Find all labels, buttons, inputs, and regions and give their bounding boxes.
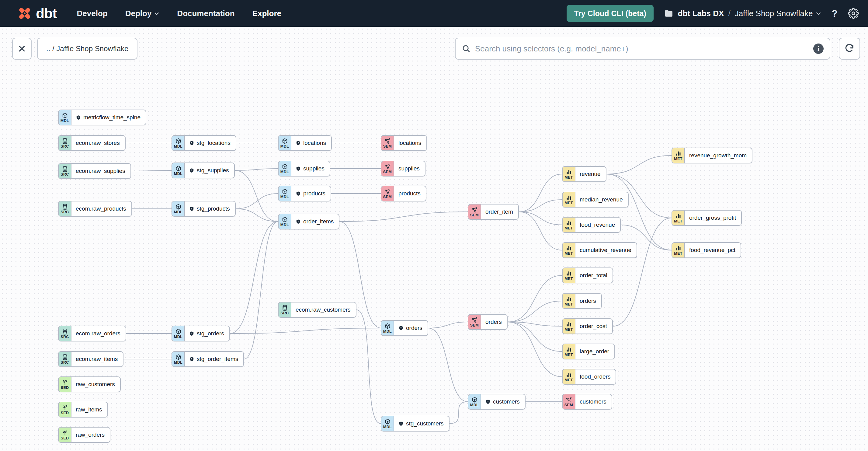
node-type-label: SRC [280, 311, 289, 315]
nav-link-explore[interactable]: Explore [252, 9, 281, 18]
info-icon[interactable]: i [813, 43, 824, 54]
search-input[interactable] [475, 44, 809, 54]
lineage-path-chip[interactable]: .. / Jaffle Shop Snowflake [37, 38, 137, 60]
metric-type-badge: MET [672, 148, 685, 163]
lineage-node-mdl_customers[interactable]: MDLcustomers [468, 394, 526, 410]
edge-met_order_cost-to-met_order_gross_profit [613, 218, 672, 326]
lineage-node-met_median_revenue[interactable]: METmedian_revenue [562, 192, 629, 208]
edge-mdl_stg_customers-to-mdl_customers [450, 402, 468, 424]
folder-icon [664, 8, 674, 18]
model-type-badge: MDL [381, 321, 394, 335]
selector-search[interactable]: i [455, 38, 830, 60]
model-cube-icon [282, 188, 288, 195]
node-label: large_order [576, 344, 614, 359]
lineage-node-mdl_stg_locations[interactable]: MDLstg_locations [172, 135, 236, 151]
source-database-icon [62, 204, 68, 210]
lineage-node-sem_products[interactable]: SEMproducts [381, 186, 426, 202]
node-label: customers [481, 394, 525, 409]
model-type-badge: MDL [381, 416, 394, 431]
lineage-node-sed_raw_customers[interactable]: SEDraw_customers [58, 377, 121, 392]
node-name-text: orders [580, 298, 596, 304]
node-label: revenue [576, 167, 606, 181]
lineage-node-mdl_orders[interactable]: MDLorders [381, 320, 428, 336]
nav-link-documentation[interactable]: Documentation [177, 9, 235, 18]
node-label: revenue_growth_mom [685, 148, 752, 163]
lineage-node-src_raw_supplies[interactable]: SRCecom.raw_supplies [58, 163, 131, 179]
help-button[interactable]: ? [832, 8, 838, 19]
lineage-node-met_orders[interactable]: METorders [562, 293, 602, 309]
lineage-node-met_food_revenue_pct[interactable]: METfood_revenue_pct [672, 242, 741, 258]
try-cloud-cli-button[interactable]: Try Cloud CLI (beta) [567, 5, 654, 22]
lineage-canvas[interactable]: MDLmetricflow_time_spineSRCecom.raw_stor… [0, 27, 868, 451]
shield-health-icon [398, 421, 404, 426]
lineage-node-src_raw_customers[interactable]: SRCecom.raw_customers [278, 302, 356, 318]
shield-health-icon [189, 357, 194, 362]
lineage-node-sed_raw_orders[interactable]: SEDraw_orders [58, 427, 111, 443]
settings-button[interactable] [848, 8, 859, 19]
lineage-node-src_raw_orders[interactable]: SRCecom.raw_orders [58, 326, 126, 341]
nav-link-deploy[interactable]: Deploy [125, 9, 160, 18]
lineage-node-mdl_products[interactable]: MDLproducts [278, 186, 331, 202]
node-type-label: SED [61, 411, 69, 415]
lineage-node-sem_customers[interactable]: SEMcustomers [562, 394, 612, 410]
lineage-node-met_order_gross_profit[interactable]: METorder_gross_profit [672, 210, 742, 226]
lineage-node-sed_raw_items[interactable]: SEDraw_items [58, 402, 108, 418]
lineage-node-mdl_supplies[interactable]: MDLsupplies [278, 161, 330, 177]
lineage-node-mdl_stg_products[interactable]: MDLstg_products [172, 201, 236, 217]
metric-bars-icon [566, 245, 572, 251]
node-type-label: MDL [280, 170, 289, 174]
lineage-node-mdl_stg_supplies[interactable]: MDLstg_supplies [172, 162, 235, 178]
lineage-node-sem_supplies[interactable]: SEMsupplies [381, 161, 426, 177]
node-name-text: stg_customers [406, 420, 444, 427]
lineage-node-mdl_stg_customers[interactable]: MDLstg_customers [381, 416, 450, 431]
source-database-icon [282, 305, 288, 311]
lineage-node-met_large_order[interactable]: METlarge_order [562, 343, 615, 359]
model-cube-icon [175, 354, 182, 360]
metric-bars-icon [566, 296, 572, 302]
lineage-node-sem_locations[interactable]: SEMlocations [381, 135, 427, 151]
node-type-label: SEM [470, 213, 479, 217]
lineage-node-mdl_locations[interactable]: MDLlocations [278, 135, 332, 151]
lineage-node-met_food_revenue[interactable]: METfood_revenue [562, 217, 621, 233]
node-label: food_orders [576, 369, 616, 384]
breadcrumb-project-selector[interactable]: Jaffle Shop Snowflake [735, 9, 822, 18]
lineage-node-mdl_stg_order_items[interactable]: MDLstg_order_items [172, 351, 244, 367]
breadcrumb-account[interactable]: dbt Labs DX [678, 9, 724, 18]
nav-link-develop[interactable]: Develop [77, 9, 108, 18]
lineage-node-sem_order_item[interactable]: SEMorder_item [468, 204, 519, 220]
node-label: stg_customers [394, 416, 449, 431]
lineage-node-met_cumulative_revenue[interactable]: METcumulative_revenue [562, 242, 637, 258]
source-type-badge: SRC [59, 352, 71, 366]
lineage-node-src_raw_stores[interactable]: SRCecom.raw_stores [58, 135, 126, 151]
lineage-node-src_raw_items[interactable]: SRCecom.raw_items [58, 351, 123, 367]
lineage-node-met_revenue_growth_mom[interactable]: METrevenue_growth_mom [672, 148, 752, 163]
node-label: order_total [576, 268, 613, 283]
lineage-node-met_food_orders[interactable]: METfood_orders [562, 369, 616, 385]
node-name-text: order_total [580, 272, 607, 279]
dbt-logo[interactable]: dbt [17, 5, 57, 22]
lineage-node-met_order_total[interactable]: METorder_total [562, 268, 613, 283]
close-lineage-button[interactable] [12, 38, 32, 60]
node-name-text: ecom.raw_products [76, 205, 126, 212]
lineage-node-met_revenue[interactable]: METrevenue [562, 166, 607, 182]
lineage-node-sem_orders[interactable]: SEMorders [468, 314, 507, 330]
lineage-node-mdl_metricflow_time_spine[interactable]: MDLmetricflow_time_spine [58, 110, 146, 125]
gear-icon [848, 8, 859, 19]
lineage-node-mdl_stg_orders[interactable]: MDLstg_orders [172, 326, 230, 341]
shield-health-icon [189, 168, 194, 173]
semantic-model-icon [384, 163, 391, 170]
lineage-node-src_raw_products[interactable]: SRCecom.raw_products [58, 201, 132, 217]
node-name-text: stg_order_items [197, 356, 238, 362]
node-name-text: locations [303, 140, 326, 146]
source-database-icon [62, 166, 68, 172]
node-type-label: MDL [383, 425, 392, 429]
lineage-node-mdl_order_items[interactable]: MDLorder_items [278, 214, 339, 230]
node-name-text: raw_items [76, 406, 102, 413]
lineage-node-met_order_cost[interactable]: METorder_cost [562, 318, 613, 334]
node-name-text: stg_supplies [197, 167, 229, 174]
metric-bars-icon [675, 245, 682, 251]
node-label: ecom.raw_supplies [71, 164, 130, 178]
node-type-label: MET [564, 176, 573, 180]
edge-sem_order_item-to-met_revenue [519, 174, 562, 212]
refresh-lineage-button[interactable] [839, 38, 860, 60]
